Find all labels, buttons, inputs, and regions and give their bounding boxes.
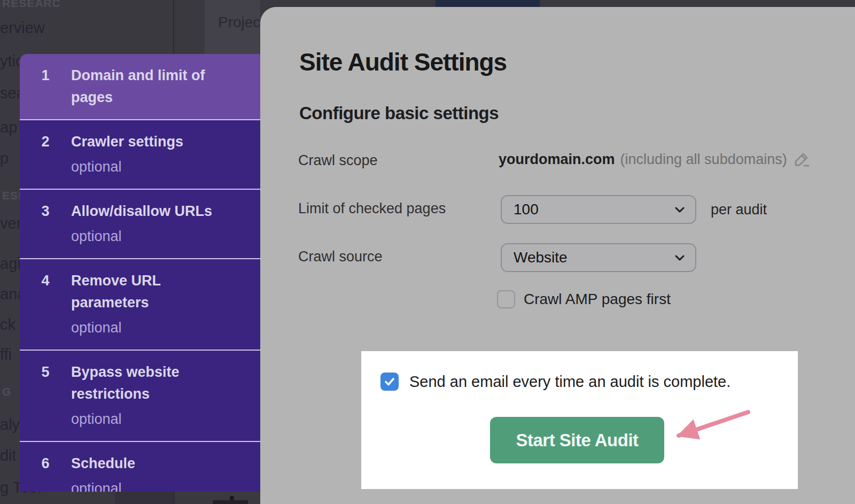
wizard-step-2[interactable]: 2 Crawler settings optional: [20, 119, 260, 189]
limit-suffix: per audit: [711, 201, 767, 218]
background-sidebar-fragment: erview: [0, 19, 45, 37]
modal-title: Site Audit Settings: [299, 48, 507, 76]
wizard-step-title: Schedule: [71, 453, 251, 475]
amp-checkbox-row: Crawl AMP pages first: [497, 290, 671, 308]
edit-pencil-icon[interactable]: [792, 150, 811, 168]
background-sidebar-fragment: aly: [0, 416, 20, 433]
topbar-accent-strip: [436, 0, 540, 7]
wizard-step-optional-tag: optional: [71, 317, 251, 339]
wizard-step-4[interactable]: 4 Remove URL parameters optional: [20, 258, 260, 350]
wizard-step-number: 2: [20, 131, 71, 178]
wizard-step-title: Domain and limit of pages: [71, 65, 251, 108]
background-sidebar-fragment: G: [0, 385, 11, 398]
wizard-step-optional-tag: optional: [71, 156, 251, 178]
crawl-scope-domain: yourdomain.com: [499, 151, 615, 168]
wizard-step-panel: 1 Domain and limit of pages 2 Crawler se…: [20, 54, 260, 492]
wizard-step-number: 5: [20, 361, 71, 430]
email-checkbox-row: Send an email every time an audit is com…: [380, 373, 730, 391]
email-checkbox[interactable]: [380, 373, 399, 391]
wizard-step-number: 4: [20, 270, 71, 339]
crawl-source-dropdown[interactable]: Website: [501, 243, 696, 272]
background-sidebar-fragment: ver: [0, 215, 21, 232]
amp-checkbox-label: Crawl AMP pages first: [524, 291, 671, 308]
limit-dropdown-value: 100: [514, 201, 539, 218]
crawl-source-label: Crawl source: [298, 249, 383, 265]
start-site-audit-button-label: Start Site Audit: [516, 430, 638, 451]
background-sidebar-fragment: ap: [0, 119, 17, 136]
wizard-step-6[interactable]: 6 Schedule optional: [20, 441, 260, 492]
crawl-scope-note: (including all subdomains): [620, 151, 787, 168]
site-audit-settings-modal: Site Audit Settings Configure basic sett…: [260, 7, 855, 504]
crawl-scope-label: Crawl scope: [298, 152, 378, 169]
wizard-step-optional-tag: optional: [71, 408, 251, 430]
crawl-source-dropdown-value: Website: [514, 249, 568, 266]
chevron-down-icon: [674, 252, 686, 263]
background-sidebar-fragment: p: [0, 150, 9, 167]
wizard-step-optional-tag: optional: [71, 478, 251, 492]
background-sidebar-fragment: agi: [0, 255, 21, 273]
projects-tab-label[interactable]: Projec: [218, 14, 260, 31]
background-button-remnant: [115, 492, 175, 504]
highlight-spotlight-box: Send an email every time an audit is com…: [361, 351, 798, 489]
background-text-remnant: [213, 500, 248, 504]
background-sidebar-fragment: dit: [0, 447, 17, 464]
start-site-audit-button[interactable]: Start Site Audit: [490, 417, 664, 463]
annotation-arrow: [656, 405, 758, 446]
section-heading: Configure basic settings: [299, 103, 499, 123]
amp-checkbox[interactable]: [497, 290, 515, 308]
wizard-step-title: Bypass website restrictions: [71, 361, 251, 405]
wizard-step-title: Remove URL parameters: [71, 270, 251, 314]
wizard-step-title: Allow/disallow URLs: [71, 200, 251, 222]
wizard-step-title: Crawler settings: [71, 131, 251, 153]
email-checkbox-label: Send an email every time an audit is com…: [409, 373, 730, 391]
background-sidebar-fragment: ffi: [0, 346, 12, 363]
wizard-step-1[interactable]: 1 Domain and limit of pages: [20, 54, 260, 119]
limit-dropdown[interactable]: 100: [501, 195, 696, 224]
wizard-step-3[interactable]: 3 Allow/disallow URLs optional: [20, 189, 260, 258]
background-sidebar-fragment: ck: [0, 316, 15, 334]
limit-label: Limit of checked pages: [298, 200, 446, 217]
wizard-step-5[interactable]: 5 Bypass website restrictions optional: [20, 350, 260, 441]
wizard-step-number: 6: [20, 453, 71, 492]
wizard-step-optional-tag: optional: [71, 226, 251, 247]
crawl-scope-value: yourdomain.com (including all subdomains…: [499, 150, 811, 168]
wizard-step-number: 3: [20, 200, 71, 247]
background-sidebar-fragment: RESEARC: [0, 0, 61, 10]
background-text-remnant-dot: [230, 496, 234, 500]
wizard-step-number: 1: [20, 65, 71, 108]
chevron-down-icon: [674, 204, 686, 215]
